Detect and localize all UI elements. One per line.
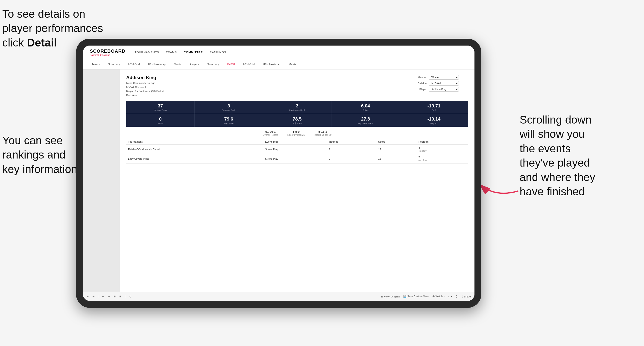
stat-sos: -19.71 SoS <box>400 101 468 114</box>
table-row: Lady Coyote Invite Stroke Play 2 16 7 ou… <box>126 154 468 164</box>
th-tournament: Tournament <box>126 139 263 145</box>
stat-label-conference-rank: Conference Rank <box>264 109 330 111</box>
stat-value-avg-score: 79.6 <box>196 116 262 122</box>
subnav-teams[interactable]: Teams <box>90 62 102 67</box>
bottom-toolbar: ↩ ↪ ⊕ ⊕ ⊟ ⊞ ⏱ 🖥 View: Original 💾 Save Cu… <box>83 292 474 301</box>
stat-label-regional-rank: Regional Rank <box>196 109 262 111</box>
th-position: Position <box>417 139 468 145</box>
stat-label-sos: SoS <box>401 109 467 111</box>
nav-tournaments[interactable]: TOURNAMENTS <box>134 50 159 55</box>
record-overall: 91-20-1 Overall Record <box>263 130 278 136</box>
subnav-matrix[interactable]: Matrix <box>172 62 183 67</box>
td-event-type-1: Stroke Play <box>263 154 327 164</box>
table-header-row: Tournament Event Type Rounds Score Posit… <box>126 139 468 145</box>
tablet-screen: SCOREBOARD Powered by clippd TOURNAMENTS… <box>83 45 474 301</box>
subnav-h2hgrid[interactable]: H2H Grid <box>126 62 142 67</box>
record-top50-value: 5-11-1 <box>318 130 327 133</box>
toolbar-right: 🖥 View: Original 💾 Save Custom View 👁 Wa… <box>381 295 471 298</box>
player-school: Mesa Community College <box>126 82 155 84</box>
logo-area: SCOREBOARD Powered by clippd <box>90 48 125 56</box>
stat-points: 6.04 Points <box>332 101 400 114</box>
subnav-summary[interactable]: Summary <box>106 62 122 67</box>
redo-button[interactable]: ↪ <box>92 295 94 298</box>
top-nav: SCOREBOARD Powered by clippd TOURNAMENTS… <box>83 45 474 59</box>
stat-avg-score-par: 27.8 Avg Score to Par <box>332 114 400 127</box>
gender-filter-row: Gender Women Men <box>413 75 468 80</box>
player-filters: Gender Women Men Division NJCAA I NJCAA … <box>413 75 468 92</box>
stat-value-adj-score: 78.5 <box>264 116 330 122</box>
screen-button[interactable]: □ ▾ <box>448 295 452 298</box>
subnav-h2hgrid2[interactable]: H2H Grid <box>241 62 256 67</box>
subnav-h2hheatmap2[interactable]: H2H Heatmap <box>261 62 282 67</box>
record-overall-label: Overall Record <box>263 134 278 136</box>
division-filter-row: Division NJCAA I NJCAA II <box>413 81 468 86</box>
share-button[interactable]: ⤴ Share <box>462 295 471 298</box>
stat-value-wins: 0 <box>128 116 193 122</box>
subnav-matrix2[interactable]: Matrix <box>287 62 298 67</box>
td-position-1: 7 out of 20 <box>417 154 468 164</box>
division-select[interactable]: NJCAA I NJCAA II <box>429 81 459 86</box>
main-nav: TOURNAMENTS TEAMS COMMITTEE RANKINGS <box>134 50 226 55</box>
content-area: Addison King Mesa Community College NJCA… <box>120 69 474 292</box>
stat-label-avg-score: Avg Score <box>196 122 262 125</box>
stat-label-wins: Wins <box>128 122 193 125</box>
record-top25-value: 1-5-0 <box>292 130 300 133</box>
stat-value-avg-score-par: 27.8 <box>333 116 398 122</box>
subnav-players[interactable]: Players <box>188 62 200 67</box>
record-top25: 1-5-0 Record vs top 25 <box>288 130 305 136</box>
td-rounds-0: 2 <box>327 145 376 154</box>
stat-label-avg-sg: Avg SG <box>401 122 467 125</box>
stat-wins: 0 Wins <box>126 114 195 127</box>
toolbar-btn-3[interactable]: ⊟ <box>114 295 116 298</box>
th-event-type: Event Type <box>263 139 327 145</box>
gender-select[interactable]: Women Men <box>429 75 459 80</box>
subnav-h2hheatmap[interactable]: H2H Heatmap <box>146 62 168 67</box>
stat-value-avg-sg: -10.14 <box>401 116 467 122</box>
player-year: First Year <box>126 94 137 97</box>
player-filter-row: Player Addison King <box>413 87 468 92</box>
stat-value-conference-rank: 3 <box>264 103 330 109</box>
records-row: 91-20-1 Overall Record 1-5-0 Record vs t… <box>126 130 468 136</box>
toolbar-sep-1 <box>98 295 98 298</box>
save-custom-view-button[interactable]: 💾 Save Custom View <box>403 295 429 298</box>
view-original-button[interactable]: 🖥 View: Original <box>381 295 400 298</box>
stats-row-2: 0 Wins 79.6 Avg Score 78.5 Adj Score 27.… <box>126 114 468 127</box>
toolbar-btn-1[interactable]: ⊕ <box>102 295 104 298</box>
main-content: Addison King Mesa Community College NJCA… <box>83 69 474 292</box>
gender-label: Gender <box>413 76 426 79</box>
subnav-detail[interactable]: Detail <box>226 62 237 67</box>
stat-regional-rank: 3 Regional Rank <box>195 101 263 114</box>
td-rounds-1: 2 <box>327 154 376 164</box>
watch-button[interactable]: 👁 Watch ▾ <box>432 295 445 298</box>
logo-powered: Powered by clippd <box>90 54 125 56</box>
stat-value-sos: -19.71 <box>401 103 467 109</box>
toolbar-btn-4[interactable]: ⊞ <box>119 295 122 298</box>
timer-button[interactable]: ⏱ <box>129 295 132 298</box>
toolbar-sep-2 <box>125 295 125 298</box>
player-header: Addison King Mesa Community College NJCA… <box>126 75 468 97</box>
nav-rankings[interactable]: RANKINGS <box>210 50 226 55</box>
toolbar-btn-2[interactable]: ⊕ <box>108 295 110 298</box>
undo-button[interactable]: ↩ <box>86 295 89 298</box>
record-top50: 5-11-1 Record vs top 50 <box>314 130 332 136</box>
stat-label-avg-score-par: Avg Score to Par <box>333 122 398 125</box>
nav-teams[interactable]: TEAMS <box>166 50 177 55</box>
sidebar <box>83 69 120 292</box>
th-rounds: Rounds <box>327 139 376 145</box>
td-tournament-0: Estella CC- Mountain Classic <box>126 145 263 154</box>
subnav-summary2[interactable]: Summary <box>205 62 221 67</box>
tournament-table: Tournament Event Type Rounds Score Posit… <box>126 139 468 164</box>
sub-nav: Teams Summary H2H Grid H2H Heatmap Matri… <box>83 59 474 69</box>
tablet-frame: SCOREBOARD Powered by clippd TOURNAMENTS… <box>76 39 482 308</box>
stat-avg-sg: -10.14 Avg SG <box>400 114 468 127</box>
fullscreen-button[interactable]: ⛶ <box>456 295 458 298</box>
record-top25-label: Record vs top 25 <box>288 134 305 136</box>
td-tournament-1: Lady Coyote Invite <box>126 154 263 164</box>
td-position-0: 4 out of 20 <box>417 145 468 154</box>
nav-committee[interactable]: COMMITTEE <box>184 50 203 55</box>
player-division: NJCAA Division 1 <box>126 86 146 89</box>
player-select[interactable]: Addison King <box>429 87 459 92</box>
logo-scoreboard: SCOREBOARD <box>90 48 125 54</box>
stat-label-points: Points <box>333 109 398 111</box>
stats-row-1: 37 National Rank 3 Regional Rank 3 Confe… <box>126 101 468 114</box>
